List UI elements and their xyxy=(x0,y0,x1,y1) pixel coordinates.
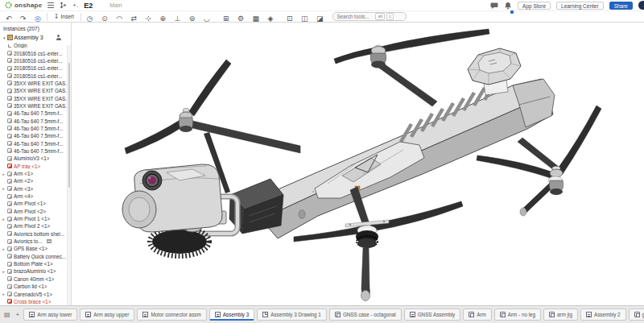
versions-icon[interactable] xyxy=(60,2,67,9)
expand-chevron-icon[interactable]: ▸ xyxy=(2,172,6,176)
expand-chevron-icon[interactable]: ▸ xyxy=(2,246,6,251)
instance-row[interactable]: ▸ Avionics bottom shel... xyxy=(0,230,71,238)
notifications-icon[interactable] xyxy=(504,0,512,13)
instance-row[interactable]: ▸ 35XX WIRE EXIT GAS... xyxy=(0,94,71,101)
instance-row[interactable]: ▸ Avionics to... xyxy=(0,238,71,245)
instance-row[interactable]: ▸ Arm <1> xyxy=(0,170,71,177)
pin-slot-mate-icon[interactable]: ⊥ xyxy=(171,14,183,23)
expand-chevron-icon[interactable]: ▸ xyxy=(2,269,6,274)
instance-row[interactable]: ▸ Arm <2> xyxy=(0,177,71,184)
instance-row[interactable]: ▸ Arm <4> xyxy=(0,193,71,200)
add-tab-icon[interactable]: + xyxy=(14,311,22,318)
instance-row[interactable]: ▸ 46-Tau 640 7.5mm-f... xyxy=(0,117,71,124)
collapse-caret-icon[interactable]: ▾ xyxy=(3,35,6,40)
instance-row[interactable]: ▸ 35XX WIRE EXIT GAS... xyxy=(0,87,71,94)
document-tab[interactable]: Assembly 2 xyxy=(580,309,626,321)
insert-button[interactable]: ↧ Insert xyxy=(51,13,77,20)
instance-row[interactable]: ▸ AluminioV3 <1> xyxy=(0,155,71,162)
instance-row[interactable]: ▸ 20180516 cs1-exter... xyxy=(0,57,71,64)
instance-row[interactable]: ▸ Carbon lid <1> xyxy=(0,283,71,290)
document-tab[interactable]: Arm xyxy=(463,309,492,321)
instance-row[interactable]: ▸ Arm Pivot 1 <1> xyxy=(0,215,71,222)
fuselage[interactable] xyxy=(262,79,555,238)
propeller-rear-left[interactable] xyxy=(334,29,489,68)
arm-rear-left[interactable] xyxy=(374,60,437,106)
document-tab[interactable]: GNSS Assembly xyxy=(404,309,461,321)
instance-row[interactable]: ▸ 46-Tau 640 7.5mm-f... xyxy=(0,147,71,155)
instance-row[interactable]: ▸ Arm Pivot <1> xyxy=(0,200,71,207)
cylindrical-mate-icon[interactable]: ⊕ xyxy=(157,14,168,23)
instance-row[interactable]: ▸ 46-Tau 640 7.5mm-f... xyxy=(0,125,71,132)
search-tools-box[interactable]: alt c xyxy=(332,12,407,21)
document-tab[interactable]: Arm - no leg xyxy=(494,309,541,321)
instance-row[interactable]: ▸ Bottom Plate <1> xyxy=(0,260,71,267)
mate-relation-icon[interactable]: ⚙ xyxy=(235,14,246,23)
mate-icon[interactable]: ⊙ xyxy=(99,14,110,23)
document-tab[interactable]: Arm assy upper xyxy=(80,309,134,321)
instance-row[interactable]: ▸ CarenadoV5 <1> xyxy=(0,290,71,297)
expand-chevron-icon[interactable]: ▸ xyxy=(2,292,6,296)
landing-leg-front[interactable] xyxy=(361,248,370,301)
planar-mate-icon[interactable]: ⊹ xyxy=(142,14,154,23)
instance-row[interactable]: ▸ Arm Pivot <2> xyxy=(0,208,71,215)
tab-manager-icon[interactable]: ▤ xyxy=(2,311,12,318)
instance-row[interactable]: ▸ 46-Tau 640 7.5mm-f... xyxy=(0,110,71,117)
instance-row[interactable]: ▸ 20180516 cs1-exter... xyxy=(0,49,71,56)
3d-viewport[interactable] xyxy=(72,23,644,305)
pattern-icon[interactable]: ▦ xyxy=(250,14,262,23)
document-tab[interactable]: arm jig xyxy=(543,309,578,321)
instance-row[interactable]: ▸ brazoAluminio <1> xyxy=(0,267,71,275)
document-tab[interactable]: Arm assy lower xyxy=(23,309,77,321)
camera-lens[interactable] xyxy=(142,171,162,190)
instance-row[interactable]: ▸ 20180516 cs1-exter... xyxy=(0,72,71,79)
chat-icon[interactable] xyxy=(490,2,498,10)
expand-chevron-icon[interactable]: ▸ xyxy=(2,217,6,222)
instance-row[interactable]: ▸ Cross brace <1> xyxy=(0,298,71,305)
document-tab[interactable]: Assembly 3 xyxy=(209,309,255,321)
onshape-logo[interactable]: onshape xyxy=(5,2,42,9)
instance-row[interactable]: ▸ Canon 40mm <1> xyxy=(0,275,71,283)
document-tab[interactable]: Motor connector assm xyxy=(137,309,206,321)
mate-connector-icon[interactable]: ◷ xyxy=(85,14,96,23)
drone-model[interactable] xyxy=(72,23,644,305)
app-store-button[interactable]: App Store xyxy=(518,2,551,10)
instance-row[interactable]: ▸ 35XX WIRE EXIT GAS... xyxy=(0,80,71,87)
propeller-front-left[interactable] xyxy=(125,60,231,154)
assembly-root-row[interactable]: ▾ Assembly 3 xyxy=(0,34,71,42)
instance-row[interactable]: ▸ 35XX WIRE EXIT GAS... xyxy=(0,102,71,110)
display-states-icon[interactable]: ◫ xyxy=(299,14,311,23)
replicate-icon[interactable]: ◈ xyxy=(266,14,276,23)
document-title[interactable]: E2 xyxy=(84,2,93,10)
instance-row[interactable]: ▸ AP tray <1> xyxy=(0,163,71,170)
scrollbar-thumb[interactable] xyxy=(68,63,70,188)
instance-row[interactable]: ▸ 46-Tau 640 7.5mm-f... xyxy=(0,132,71,139)
sidebar-scrollbar[interactable] xyxy=(67,45,71,305)
snapshot-icon[interactable]: ⊡ xyxy=(284,14,295,23)
ball-mate-icon[interactable]: ⊚ xyxy=(187,14,198,23)
undo-icon[interactable]: ↶ xyxy=(3,14,14,23)
instance-row[interactable]: ▸ Arm <3> xyxy=(0,185,71,193)
redo-icon[interactable]: ↷ xyxy=(18,14,29,23)
document-tab[interactable]: gimbal_basic xyxy=(629,309,644,321)
instance-row[interactable]: ▸ Battery Quick connec... xyxy=(0,253,71,260)
share-button[interactable]: Share xyxy=(609,2,633,10)
main-menu-icon[interactable] xyxy=(47,2,54,8)
learning-center-button[interactable]: Learning Center xyxy=(556,2,604,10)
tangent-mate-icon[interactable]: ◡ xyxy=(201,14,213,23)
revolute-mate-icon[interactable]: ◠ xyxy=(114,14,125,23)
document-tab[interactable]: Assembly 3 Drawing 1 xyxy=(257,309,327,321)
expand-chevron-icon[interactable]: ▸ xyxy=(2,186,6,191)
search-tools-input[interactable] xyxy=(336,14,374,19)
document-tab[interactable]: GNSS case - octagonal xyxy=(329,309,402,321)
sync-icon[interactable]: ◎ xyxy=(32,14,43,23)
group-icon[interactable]: ⊞ xyxy=(221,14,232,23)
instance-row[interactable]: ▸ Origin xyxy=(0,42,71,49)
user-avatar[interactable] xyxy=(638,1,644,10)
section-view-icon[interactable]: ◪ xyxy=(314,14,326,23)
instance-row[interactable]: ▸ 20180516 cs1-exter... xyxy=(0,64,71,72)
instance-row[interactable]: ▸ GPS Base <1> xyxy=(0,245,71,252)
slider-mate-icon[interactable]: ⇄ xyxy=(128,14,139,23)
create-new-icon[interactable]: +. xyxy=(72,2,78,10)
branch-name[interactable]: Main xyxy=(109,2,122,8)
instance-row[interactable]: ▸ Arm Pivot 2 <1> xyxy=(0,222,71,230)
